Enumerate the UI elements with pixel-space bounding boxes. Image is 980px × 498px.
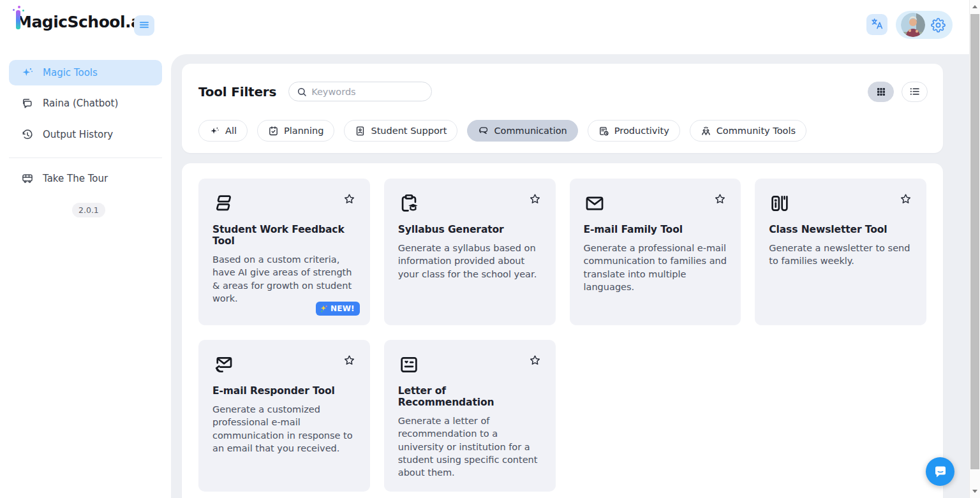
main-content-area: Tool Filters [171, 54, 980, 498]
chatbot-icon [21, 97, 34, 110]
favorite-star-icon[interactable] [713, 193, 727, 206]
chat-bubbles-icon [478, 126, 489, 136]
tool-card-email-responder[interactable]: E-mail Responder Tool Generate a customi… [198, 340, 370, 492]
tool-description: Generate a professional e-mail communica… [584, 242, 727, 293]
keyword-search-box[interactable] [288, 82, 432, 101]
sparkles-icon [21, 66, 34, 79]
tool-description: Generate a newsletter to send to familie… [769, 242, 912, 268]
sidebar-item-output-history[interactable]: Output History [9, 122, 162, 147]
translate-button[interactable] [866, 14, 887, 35]
tool-title: Class Newsletter Tool [769, 224, 912, 235]
user-avatar[interactable] [901, 13, 925, 37]
tool-title: Letter of Recommendation [398, 385, 542, 408]
app-version-badge: 2.0.1 [72, 203, 105, 217]
filter-pill-productivity[interactable]: Productivity [588, 120, 680, 142]
scroll-up-button[interactable] [970, 1, 980, 12]
clipboard-graduation-icon [398, 193, 420, 214]
favorite-star-icon[interactable] [343, 354, 356, 367]
search-input[interactable] [311, 87, 427, 97]
tool-card-class-newsletter[interactable]: Class Newsletter Tool Generate a newslet… [755, 179, 926, 325]
sidebar-item-label: Raina (Chatbot) [43, 98, 118, 109]
logo[interactable]: MagicSchool.ai [16, 13, 147, 31]
envelope-reply-icon [212, 354, 234, 376]
filter-pill-community-tools[interactable]: Community Tools [690, 120, 806, 142]
tool-title: E-mail Responder Tool [212, 385, 356, 397]
sidebar-divider [9, 157, 162, 158]
tour-bus-icon [21, 172, 34, 185]
sidebar-toggle-button[interactable] [134, 15, 154, 36]
settings-gear-icon[interactable] [931, 18, 946, 33]
chat-widget-button[interactable] [926, 457, 954, 486]
tool-title: Student Work Feedback Tool [212, 224, 356, 247]
tools-panel: Student Work Feedback Tool Based on a cu… [182, 163, 943, 498]
grid-view-icon [876, 87, 886, 97]
favorite-star-icon[interactable] [343, 193, 356, 206]
envelope-icon [584, 193, 605, 214]
tool-title: E-mail Family Tool [584, 224, 727, 235]
favorite-star-icon[interactable] [899, 193, 912, 206]
grid-view-button[interactable] [868, 82, 894, 102]
stacked-papers-icon [212, 193, 234, 214]
tool-filters-title: Tool Filters [198, 84, 276, 99]
tool-filters-panel: Tool Filters [182, 64, 943, 153]
vertical-scrollbar[interactable] [969, 0, 980, 498]
tool-card-letter-of-recommendation[interactable]: Letter of Recommendation Generate a lett… [384, 340, 556, 492]
top-header: MagicSchool.ai [0, 0, 980, 54]
community-people-icon [701, 126, 711, 136]
history-clock-icon [21, 128, 34, 141]
favorite-star-icon[interactable] [528, 193, 542, 206]
newsletter-icon [769, 193, 791, 214]
student-book-icon [355, 126, 366, 136]
tool-description: Based on a custom criteria, have AI give… [212, 253, 356, 305]
sidebar-item-magic-tools[interactable]: Magic Tools [9, 60, 162, 85]
favorite-star-icon[interactable] [528, 354, 542, 367]
tool-card-student-work-feedback[interactable]: Student Work Feedback Tool Based on a cu… [198, 179, 370, 325]
task-clock-icon [598, 126, 609, 136]
sidebar-item-label: Output History [43, 129, 113, 140]
chat-bubble-icon [933, 464, 948, 480]
logo-text: MagicSchool.ai [16, 13, 147, 31]
sparkles-icon [209, 126, 220, 136]
search-icon [297, 87, 307, 97]
sidebar-item-raina-chatbot[interactable]: Raina (Chatbot) [9, 91, 162, 116]
filter-pill-communication[interactable]: Communication [467, 120, 577, 142]
tool-description: Generate a letter of recommendation to a… [398, 414, 542, 479]
sidebar: Magic Tools Raina (Chatbot) Output Histo… [0, 54, 171, 498]
list-view-icon [909, 86, 920, 97]
tool-card-syllabus-generator[interactable]: Syllabus Generator Generate a syllabus b… [384, 179, 556, 325]
letter-card-icon [398, 354, 420, 376]
party-sparkle-icon [320, 305, 328, 313]
profile-menu[interactable] [896, 11, 953, 39]
new-badge: NEW! [316, 302, 360, 316]
scroll-down-button[interactable] [970, 486, 980, 497]
filter-pill-student-support[interactable]: Student Support [344, 120, 457, 142]
hamburger-icon [138, 19, 150, 33]
scrollbar-thumb[interactable] [970, 14, 979, 469]
sidebar-item-label: Magic Tools [43, 67, 98, 78]
tool-title: Syllabus Generator [398, 224, 542, 235]
calendar-check-icon [268, 126, 279, 136]
tool-description: Generate a syllabus based on information… [398, 242, 542, 281]
translate-icon [870, 17, 884, 33]
sidebar-item-take-the-tour[interactable]: Take The Tour [9, 166, 162, 191]
tool-description: Generate a customized professional e-mai… [212, 403, 356, 455]
filter-pill-all[interactable]: All [198, 120, 248, 142]
sidebar-item-label: Take The Tour [43, 173, 108, 184]
list-view-button[interactable] [902, 82, 928, 102]
tool-card-email-family[interactable]: E-mail Family Tool Generate a profession… [570, 179, 741, 325]
sparkle-dots-icon [12, 6, 26, 15]
filter-pill-planning[interactable]: Planning [257, 120, 334, 142]
